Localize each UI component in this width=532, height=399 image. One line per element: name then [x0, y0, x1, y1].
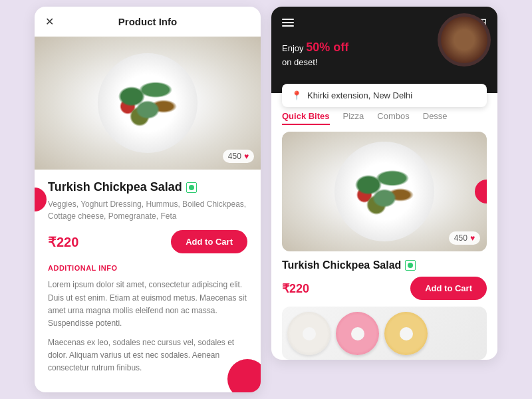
restaurant-app-card: ⊞ Enjoy 50% off on deset! 📍 Khirki exten… — [271, 7, 497, 360]
location-pin-icon: 📍 — [291, 90, 302, 100]
product-name: Turkish Chickpea Salad — [48, 180, 182, 194]
right-salad-greens — [344, 158, 424, 225]
donut-white — [287, 312, 331, 355]
right-veg-dot — [408, 263, 413, 268]
product-info-card: ✕ Product Info 450 ♥ Turkish Chickpea Sa… — [35, 7, 261, 392]
tab-quick-bites[interactable]: Quick Bites — [282, 111, 330, 125]
product-image-container: 450 ♥ — [35, 37, 261, 170]
price-row: ₹220 Add to Cart — [48, 230, 247, 253]
product-description: Veggies, Yoghurt Dressing, Hummus, Boile… — [48, 198, 247, 222]
hamburger-line-1 — [282, 19, 294, 20]
right-product-price: ₹220 — [282, 281, 309, 296]
tab-pizza[interactable]: Pizza — [343, 111, 364, 125]
category-tabs: Quick Bites Pizza Combos Desse — [271, 111, 497, 132]
additional-info-label: ADDITIONAL INFO — [48, 264, 247, 272]
right-product-info: Turkish Chickpea Salad ₹220 Add to Cart — [271, 259, 497, 307]
donuts-preview — [282, 307, 487, 360]
card-title: Product Info — [118, 16, 177, 27]
add-to-cart-button[interactable]: Add to Cart — [171, 230, 247, 253]
promo-enjoy: Enjoy — [282, 43, 306, 53]
product-card: 450 ♥ — [282, 132, 487, 251]
donut-pink — [336, 312, 379, 355]
promo-subtitle: on deset! — [282, 57, 318, 67]
location-text: Khirki extension, New Delhi — [307, 90, 412, 100]
veg-badge — [186, 182, 197, 193]
right-heart-icon: ♥ — [470, 233, 475, 243]
promo-section: ⊞ Enjoy 50% off on deset! — [271, 7, 497, 93]
donut-yellow — [384, 312, 428, 355]
veg-dot — [189, 185, 194, 190]
right-product-name-row: Turkish Chickpea Salad — [282, 259, 487, 271]
right-add-to-cart-button[interactable]: Add to Cart — [410, 277, 487, 300]
card-body: Turkish Chickpea Salad Veggies, Yoghurt … — [35, 170, 261, 392]
additional-info-text-2: Maecenas ex leo, sodales nec cursus vel,… — [48, 336, 247, 375]
close-button[interactable]: ✕ — [45, 15, 54, 28]
food-image — [441, 17, 487, 63]
card-header: ✕ Product Info — [35, 7, 261, 37]
right-price-row: ₹220 Add to Cart — [282, 277, 487, 300]
food-decoration — [438, 13, 491, 66]
salad-greens — [108, 70, 188, 136]
rating-badge: 450 ♥ — [223, 150, 254, 163]
right-rating-badge: 450 ♥ — [449, 231, 480, 245]
heart-icon: ♥ — [244, 152, 249, 161]
plate — [98, 53, 198, 153]
additional-info-text-1: Lorem ipsum dolor sit amet, consectetur … — [48, 279, 247, 330]
tab-combos[interactable]: Combos — [377, 111, 409, 125]
right-plate — [334, 142, 434, 241]
promo-percent: 50% off — [306, 41, 348, 54]
right-product-name: Turkish Chickpea Salad — [282, 259, 401, 271]
hamburger-line-2 — [282, 22, 294, 23]
hamburger-menu[interactable] — [282, 19, 294, 27]
product-name-row: Turkish Chickpea Salad — [48, 180, 247, 194]
rating-count: 450 — [228, 152, 241, 161]
location-bar[interactable]: 📍 Khirki extension, New Delhi — [282, 84, 487, 107]
product-price: ₹220 — [48, 234, 78, 250]
tab-desserts[interactable]: Desse — [423, 111, 448, 125]
right-rating-count: 450 — [454, 233, 467, 243]
hamburger-line-3 — [282, 25, 294, 27]
right-veg-badge — [405, 260, 416, 271]
